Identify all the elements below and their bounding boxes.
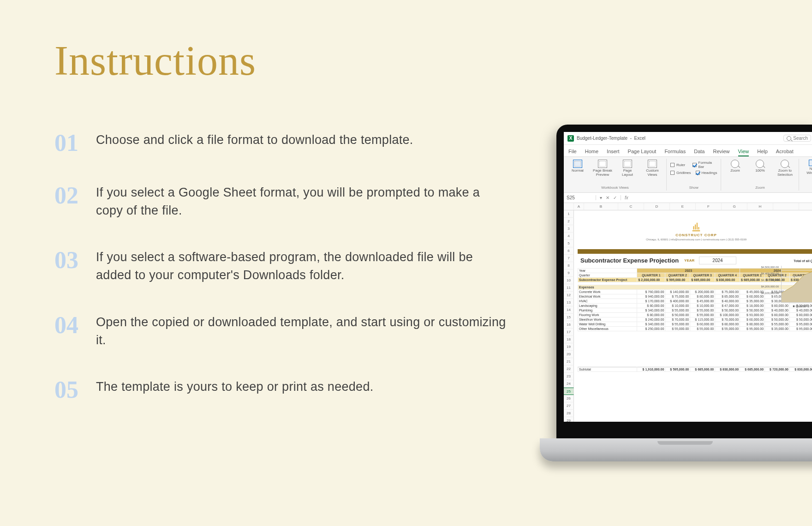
ribbon-group-views: Normal Page Break Preview Page Layout Cu… [564, 159, 667, 191]
search-icon [787, 136, 791, 141]
page-title: Instructions [54, 37, 256, 84]
laptop-bezel: Budget-Ledger-Template - Excel Search Fi… [556, 125, 812, 438]
search-placeholder: Search [793, 136, 808, 141]
custom-views-button[interactable]: Custom Views [642, 160, 663, 177]
company-name: CONSTRUCT CORP [675, 233, 717, 237]
tab-view[interactable]: View [738, 149, 749, 156]
year-label: YEAR [684, 258, 694, 263]
tab-formulas[interactable]: Formulas [664, 149, 686, 156]
list-item: 02 If you select a Google Sheet format, … [54, 182, 507, 220]
step-number: 03 [54, 246, 96, 272]
gridlines-checkbox[interactable]: Gridlines [670, 171, 691, 175]
list-item: 05 The template is yours to keep or prin… [54, 376, 507, 402]
ruler-checkbox[interactable]: Ruler [670, 161, 685, 169]
formula-controls: ▾✕✓ [596, 195, 621, 200]
name-box[interactable]: S25 [564, 195, 596, 200]
page-layout-button[interactable]: Page Layout [617, 160, 638, 177]
tab-acrobat[interactable]: Acrobat [776, 149, 794, 156]
step-number: 04 [54, 311, 96, 337]
zoom-selection-button[interactable]: Zoom to Selection [775, 160, 795, 177]
step-text: If you select a Google Sheet format, you… [96, 182, 507, 220]
step-text: Open the copied or downloaded template, … [96, 311, 507, 349]
step-text: If you select a software-based program, … [96, 246, 507, 284]
step-number: 05 [54, 376, 96, 402]
list-item: 03 If you select a software-based progra… [54, 246, 507, 284]
worksheet[interactable]: AB C DE FG H 123456789101112131415161718… [564, 203, 812, 422]
document-area: CONSTRUCT CORP Chicago, IL 60601 | info@… [574, 210, 812, 422]
formula-bar-checkbox[interactable]: Formula Bar [693, 161, 717, 169]
fx-label: fx [621, 195, 632, 200]
chart-legend: ■ Quarter 1 [793, 305, 809, 308]
excel-logo-icon [567, 135, 574, 142]
page-break-preview-button[interactable]: Page Break Preview [592, 160, 613, 177]
search-input[interactable]: Search [783, 135, 811, 142]
zoom-button[interactable]: Zoom [725, 160, 745, 173]
year-value[interactable]: 2024 [699, 257, 736, 264]
instruction-list: 01 Choose and click a file format to dow… [54, 129, 507, 402]
tab-data[interactable]: Data [694, 149, 705, 156]
tab-review[interactable]: Review [713, 149, 729, 156]
laptop-base [540, 438, 812, 461]
company-sub: Chicago, IL 60601 | info@constructcorp.c… [646, 238, 746, 241]
chart-ytick: $4,500,000.00 [761, 266, 779, 269]
zoom-icon [756, 160, 764, 168]
sheet-title: Subcontractor Expense Projection [580, 257, 679, 264]
excel-window: Budget-Ledger-Template - Excel Search Fi… [564, 132, 812, 422]
tab-file[interactable]: File [568, 149, 577, 156]
ribbon: Normal Page Break Preview Page Layout Cu… [564, 157, 812, 193]
ribbon-group-zoom: Zoom 100% Zoom to Selection Zoom [721, 159, 799, 191]
tab-insert[interactable]: Insert [607, 149, 620, 156]
zoom-icon [781, 160, 789, 168]
laptop-mockup: Budget-Ledger-Template - Excel Search Fi… [540, 125, 812, 484]
tab-page-layout[interactable]: Page Layout [628, 149, 657, 156]
ribbon-tabs: File Home Insert Page Layout Formulas Da… [564, 145, 812, 157]
chart-ytick: $4,400,000.00 [761, 272, 779, 275]
ribbon-group-show: Ruler Formula Bar Gridlines Headings Sho… [667, 159, 721, 191]
tab-home[interactable]: Home [585, 149, 598, 156]
list-item: 01 Choose and click a file format to dow… [54, 129, 507, 155]
ribbon-group-window: New Window Arrange All F [799, 159, 812, 191]
step-text: Choose and click a file format to downlo… [96, 129, 413, 149]
zoom-icon [731, 160, 739, 168]
normal-view-button[interactable]: Normal [567, 160, 588, 173]
tab-help[interactable]: Help [757, 149, 768, 156]
window-icon [809, 160, 812, 166]
window-title: Budget-Ledger-Template - Excel [577, 136, 645, 141]
step-number: 02 [54, 182, 96, 208]
divider-bar [578, 249, 812, 254]
chart-title: Total of all Q [794, 259, 812, 263]
area-chart [781, 266, 812, 303]
group-label: Show [689, 185, 699, 190]
title-bar: Budget-Ledger-Template - Excel Search [564, 132, 812, 145]
group-label: Workbook Views [601, 185, 628, 190]
formula-bar: S25 ▾✕✓ fx [564, 193, 812, 203]
row-headers: 1234567891011121314151617181920212223242… [564, 210, 574, 422]
building-icon [691, 222, 701, 232]
new-window-button[interactable]: New Window [803, 160, 812, 175]
step-text: The template is yours to keep or print a… [96, 376, 374, 396]
company-header: CONSTRUCT CORP Chicago, IL 60601 | info@… [578, 215, 812, 247]
chart-ytick: $4,200,000.00 [761, 285, 779, 288]
zoom-100-button[interactable]: 100% [750, 160, 770, 173]
chart-ytick: $4,100,000.00 [761, 292, 779, 294]
data-table: Year20232024QuarterQUARTER 1QUARTER 2QUA… [578, 268, 812, 372]
group-label: Zoom [755, 185, 764, 190]
chart-ytick: $4,300,000.00 [761, 279, 779, 281]
step-number: 01 [54, 129, 96, 155]
headings-checkbox[interactable]: Headings [696, 171, 717, 175]
list-item: 04 Open the copied or downloaded templat… [54, 311, 507, 349]
column-headers: AB C DE FG H [564, 203, 812, 210]
